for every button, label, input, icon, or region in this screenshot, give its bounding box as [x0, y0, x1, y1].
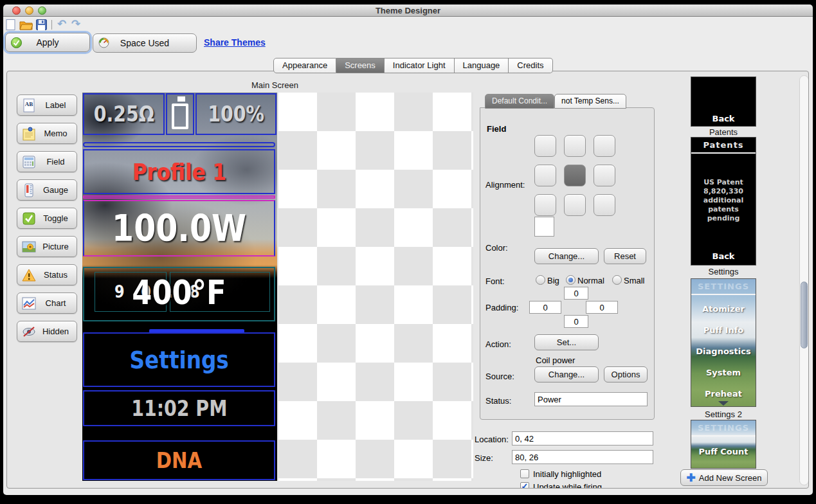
- padding-right-input[interactable]: [586, 301, 618, 314]
- toolbox-field-button[interactable]: Field: [17, 151, 77, 172]
- patents-title: Patents: [691, 140, 756, 154]
- source-label: Source:: [485, 372, 514, 381]
- toolbox-memo-button[interactable]: Memo: [17, 123, 77, 144]
- toolbox-picture-button[interactable]: Picture: [17, 236, 77, 257]
- action-label: Action:: [485, 339, 511, 349]
- scrollbar-thumb[interactable]: [801, 282, 808, 348]
- tab-indicator-light[interactable]: Indicator Light: [385, 58, 455, 73]
- window-content: ↶ ↷ Apply Space Used Share Themes Appear…: [3, 17, 813, 495]
- device-screen-preview[interactable]: 0.25Ω 100% Profile 1 100.0W 90.8 400°F S…: [82, 93, 277, 481]
- initially-highlighted-label: Initially highlighted: [533, 469, 601, 479]
- font-big-radio[interactable]: [536, 275, 545, 285]
- status-input[interactable]: [534, 392, 648, 406]
- initially-highlighted-checkbox[interactable]: [520, 469, 529, 478]
- space-used-label: Space Used: [120, 38, 169, 48]
- padding-left-input[interactable]: [529, 301, 561, 314]
- toolbox-status-text: Status: [39, 270, 77, 280]
- add-new-screen-button[interactable]: ✚ Add New Screen: [680, 469, 768, 486]
- padding-bottom-input[interactable]: [564, 315, 588, 328]
- field-divider-2[interactable]: [83, 195, 275, 199]
- tab-not-temp-sensing[interactable]: not Temp Sens...: [554, 94, 626, 109]
- condition-tab-bar: Default Condit... not Temp Sens...: [485, 94, 626, 109]
- align-top-right-button[interactable]: [594, 135, 615, 157]
- color-change-button[interactable]: Change...: [534, 248, 599, 264]
- field-settings-menu[interactable]: Settings: [83, 332, 275, 387]
- font-normal-radio[interactable]: [566, 275, 576, 285]
- size-input[interactable]: [512, 450, 653, 464]
- field-power[interactable]: 100.0W: [83, 200, 275, 256]
- temp-set-value: 400°F: [98, 273, 261, 312]
- patent-line-1: US Patent: [691, 178, 756, 187]
- menu-puff-info: Puff Info: [691, 325, 756, 335]
- tab-appearance[interactable]: Appearance: [273, 58, 336, 73]
- status-label: Status:: [485, 396, 511, 406]
- apply-label: Apply: [36, 37, 59, 48]
- share-themes-link[interactable]: Share Themes: [204, 37, 266, 48]
- toolbox-hidden-button[interactable]: Hidden: [17, 321, 77, 342]
- new-document-icon[interactable]: [5, 19, 17, 30]
- align-top-center-button[interactable]: [564, 135, 586, 157]
- tab-screens[interactable]: Screens: [336, 58, 385, 73]
- main-tab-bar: Appearance Screens Indicator Light Langu…: [273, 58, 553, 73]
- screen-thumbnail-back[interactable]: Back: [691, 76, 756, 127]
- toggle-icon: [22, 212, 36, 226]
- chart-icon: [22, 296, 36, 310]
- font-big-label: Big: [547, 276, 559, 285]
- field-clock[interactable]: 11:02 PM: [83, 390, 275, 426]
- toolbox-label-button[interactable]: AB Label: [17, 94, 77, 116]
- label-icon: AB: [22, 98, 36, 113]
- panel-scrollbar[interactable]: [799, 75, 809, 485]
- patent-line-3: additional: [691, 196, 756, 205]
- screen-thumbnail-settings2[interactable]: SETTINGS Puff Count: [691, 420, 756, 469]
- tab-default-condition[interactable]: Default Condit...: [485, 94, 554, 109]
- save-icon[interactable]: [36, 19, 47, 30]
- undo-icon[interactable]: ↶: [57, 19, 66, 29]
- toolbox-chart-text: Chart: [39, 298, 77, 308]
- field-temperature-group[interactable]: 90.8 400°F: [83, 267, 275, 321]
- padding-top-input[interactable]: [564, 287, 588, 300]
- space-used-button[interactable]: Space Used: [93, 33, 197, 53]
- toolbox-toggle-button[interactable]: Toggle: [17, 208, 77, 229]
- screen-thumbnail-settings[interactable]: SETTINGS Atomizer Puff Info Diagnostics …: [691, 278, 756, 407]
- gauge-meter-icon: [98, 37, 109, 48]
- toolbox-chart-button[interactable]: Chart: [17, 292, 77, 314]
- align-bottom-center-button[interactable]: [564, 194, 586, 216]
- toolbox-gauge-text: Gauge: [39, 185, 77, 195]
- field-resistance[interactable]: 0.25Ω: [83, 93, 165, 135]
- menu-puff-count: Puff Count: [691, 447, 756, 456]
- toolbox-toggle-text: Toggle: [39, 213, 77, 223]
- location-input[interactable]: [512, 431, 653, 446]
- redo-icon[interactable]: ↷: [71, 19, 80, 29]
- battery-icon: [177, 96, 185, 102]
- source-change-button[interactable]: Change...: [534, 366, 599, 382]
- align-bottom-right-button[interactable]: [594, 194, 615, 216]
- tab-credits[interactable]: Credits: [509, 58, 552, 73]
- align-middle-right-button[interactable]: [594, 165, 615, 186]
- source-value: Coil power: [536, 356, 575, 365]
- field-battery[interactable]: [166, 93, 194, 135]
- open-folder-icon[interactable]: [19, 19, 33, 30]
- align-bottom-left-button[interactable]: [534, 194, 556, 216]
- field-charge-percent[interactable]: 100%: [195, 93, 277, 135]
- align-center-button[interactable]: [564, 165, 586, 186]
- source-options-button[interactable]: Options: [604, 366, 648, 382]
- field-profile[interactable]: Profile 1: [83, 149, 275, 194]
- screen-thumbnail-patents[interactable]: Patents US Patent 8,820,330 additional p…: [691, 137, 756, 266]
- field-divider[interactable]: [83, 142, 275, 147]
- color-swatch[interactable]: [534, 217, 554, 237]
- color-reset-button[interactable]: Reset: [604, 248, 646, 264]
- align-top-left-button[interactable]: [534, 135, 556, 157]
- font-small-radio[interactable]: [612, 275, 622, 285]
- toolbox-status-button[interactable]: Status: [17, 264, 77, 285]
- back-text: Back: [691, 114, 756, 123]
- action-set-button[interactable]: Set...: [534, 334, 599, 350]
- font-normal-label: Normal: [577, 276, 604, 285]
- tab-language[interactable]: Language: [455, 58, 509, 73]
- font-label: Font:: [485, 276, 505, 286]
- toolbar-separator: [51, 20, 52, 30]
- toolbox-gauge-button[interactable]: Gauge: [17, 179, 77, 201]
- update-while-firing-checkbox[interactable]: ✓: [520, 482, 529, 489]
- field-brand[interactable]: DNA: [83, 440, 275, 480]
- align-middle-left-button[interactable]: [534, 165, 556, 186]
- apply-button[interactable]: Apply: [5, 33, 90, 52]
